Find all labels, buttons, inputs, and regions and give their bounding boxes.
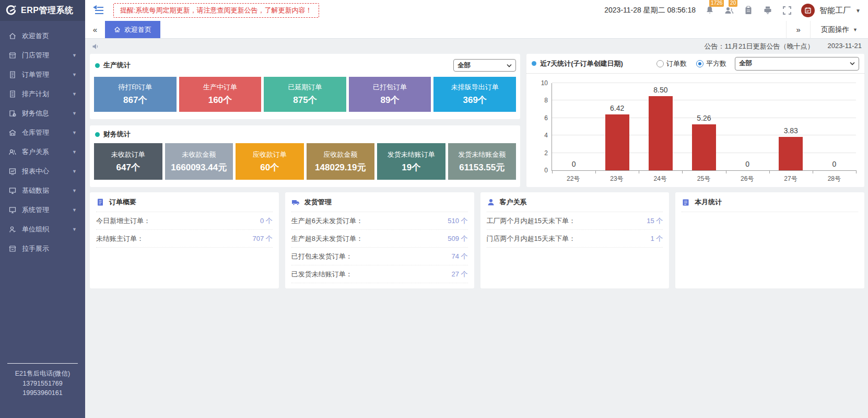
tab-label: 欢迎首页 [124, 25, 151, 34]
production-tiles: 待打印订单 867个 生产中订单 160个 已延期订单 875个 已打包订单 8… [94, 77, 516, 112]
x-axis-category-label: 23号 [595, 175, 638, 183]
sidebar-footer: E21售后电话(微信) 13791551769 19953960161 [0, 363, 85, 398]
sidebar-item-customers[interactable]: 客户关系▼ [0, 142, 85, 161]
panel-month-stats-header: 本月统计 [682, 192, 858, 212]
chevron-down-icon: ▼ [72, 91, 77, 97]
panel-shipping-header: 发货管理 [291, 192, 468, 212]
panel-month-stats: 本月统计 [675, 192, 864, 288]
speaker-icon[interactable] [91, 42, 100, 51]
production-stats-title: 生产统计 [103, 61, 131, 70]
chevron-down-icon: ▼ [72, 53, 77, 58]
divider [7, 363, 78, 364]
monitor-icon [8, 187, 17, 195]
sidebar-item-home[interactable]: 欢迎首页 [0, 26, 85, 45]
fullscreen-button[interactable] [782, 5, 792, 16]
x-axis-tick [639, 170, 639, 173]
clipboard-icon [682, 198, 690, 206]
main-content: 公告：11月21日更新公告（晚十点） 2023-11-21 生产统计 全部 待打… [85, 39, 868, 418]
bar[interactable] [649, 96, 673, 170]
chevron-down-icon: ▼ [72, 130, 77, 135]
x-axis-category-label: 25号 [682, 175, 725, 183]
sidebar-item-organization[interactable]: 单位组织▼ [0, 219, 85, 239]
chart-filter-select[interactable]: 全部 [735, 57, 859, 71]
bar[interactable] [692, 124, 716, 170]
bar-value-label: 0 [802, 160, 866, 168]
table-row: 生产超8天未发货订单： 509 个 [291, 230, 468, 248]
stat-tile-in-production[interactable]: 生产中订单 160个 [179, 77, 262, 112]
user-name[interactable]: 智能工厂 [819, 6, 851, 16]
sidebar-item-base-data[interactable]: 基础数据▼ [0, 181, 85, 200]
sidebar-item-schedule[interactable]: 排产计划▼ [0, 84, 85, 103]
stat-tile-unpaid-amount[interactable]: 未收款金额 1660093.44元 [165, 143, 233, 180]
tabs-scroll-left-button[interactable]: « [85, 21, 105, 38]
monitor-icon [8, 206, 17, 214]
sidebar-item-finance[interactable]: 财务信息▼ [0, 103, 85, 123]
user-menu-caret-icon[interactable]: ▼ [855, 8, 861, 14]
section-dot-icon [95, 63, 100, 68]
sidebar-item-stores[interactable]: 门店管理▼ [0, 45, 85, 65]
customers-icon [8, 148, 17, 156]
bar-slot: 0 [813, 83, 856, 170]
y-axis-tick-label: 8 [534, 97, 548, 104]
fullscreen-icon [782, 5, 792, 16]
stat-tile-receivable-amount[interactable]: 应收款金额 148029.19元 [307, 143, 375, 180]
top-bar: 提醒:系统每周定期更新，请注意查阅更新公告，了解更新内容！ 2023-11-28… [85, 0, 868, 21]
chart-mode-radios: 订单数 平方数 [656, 59, 726, 68]
chevron-down-icon [507, 64, 512, 67]
y-axis-tick-label: 2 [534, 149, 548, 157]
person-icon [8, 225, 17, 234]
x-axis-tick [682, 170, 683, 173]
stat-tile-packed[interactable]: 已打包订单 89个 [349, 77, 431, 112]
radio-order-count[interactable]: 订单数 [656, 59, 687, 68]
table-row: 已打包未发货订单： 74 个 [291, 248, 468, 265]
tab-bar: « 欢迎首页 » 页面操作 ▼ [85, 21, 868, 39]
sidebar-item-orders[interactable]: 订单管理▼ [0, 65, 85, 84]
stat-tile-unscheduled-export[interactable]: 未排版导出订单 369个 [433, 77, 516, 112]
stat-tile-delayed[interactable]: 已延期订单 875个 [264, 77, 346, 112]
collapse-sidebar-icon[interactable] [92, 5, 105, 16]
announcement-text[interactable]: 公告：11月21日更新公告（晚十点） [704, 42, 814, 51]
logo-icon [4, 4, 18, 17]
tab-home[interactable]: 欢迎首页 [105, 21, 160, 38]
sidebar-item-warehouse[interactable]: 仓库管理▼ [0, 123, 85, 142]
x-axis-category-label: 22号 [552, 175, 595, 183]
chevron-down-icon: ▼ [72, 227, 77, 232]
announcement-bar: 公告：11月21日更新公告（晚十点） 2023-11-21 [85, 39, 868, 54]
document-icon [96, 198, 104, 206]
chevron-down-icon: ▼ [72, 188, 77, 193]
production-stats-header: 生产统计 全部 [90, 54, 520, 77]
chart-header: 近7天统计(子订单创建日期) 订单数 平方数 全部 [526, 54, 864, 74]
bar[interactable] [779, 137, 803, 170]
sidebar-item-handshake[interactable]: 拉手展示 [0, 239, 85, 258]
y-axis-tick-label: 4 [534, 132, 548, 139]
x-axis-category-label: 28号 [813, 175, 856, 183]
x-axis-tick [726, 170, 726, 173]
tasks-button[interactable] [743, 5, 754, 16]
schedule-icon [8, 90, 17, 98]
notifications-button[interactable]: 1726 [705, 5, 715, 16]
users-button[interactable]: 20 [724, 5, 734, 16]
sidebar-item-system[interactable]: 系统管理▼ [0, 200, 85, 219]
page-actions-dropdown[interactable]: 页面操作 ▼ [810, 21, 868, 38]
radio-square-meters[interactable]: 平方数 [696, 59, 726, 68]
bar[interactable] [605, 114, 629, 170]
chevron-down-icon: ▼ [853, 27, 858, 32]
stat-tile-shipped-unsettled-amount[interactable]: 发货未结账金额 61153.55元 [448, 143, 517, 180]
stat-tile-shipped-unsettled-orders[interactable]: 发货未结账订单 19个 [377, 143, 445, 180]
print-button[interactable] [763, 5, 773, 16]
tabs-scroll-right-button[interactable]: » [786, 21, 810, 38]
sidebar-item-reports[interactable]: 报表中心▼ [0, 161, 85, 181]
stat-tile-to-print[interactable]: 待打印订单 867个 [94, 77, 177, 112]
chevron-down-icon: ▼ [72, 207, 77, 213]
home-icon [8, 32, 17, 40]
user-group-icon [724, 5, 734, 16]
support-phone-1: 13791551769 [0, 379, 85, 389]
warehouse-icon [8, 129, 17, 137]
avatar[interactable] [801, 4, 815, 17]
bell-icon [705, 5, 715, 16]
stat-tile-unpaid-orders[interactable]: 未收款订单 647个 [94, 143, 162, 180]
production-filter-select[interactable]: 全部 [453, 59, 516, 72]
stat-tile-receivable-orders[interactable]: 应收款订单 60个 [236, 143, 304, 180]
y-axis-tick-label: 6 [534, 114, 548, 122]
panel-shipping: 发货管理 生产超6天未发货订单： 510 个 生产超8天未发货订单： 509 个… [285, 192, 474, 288]
